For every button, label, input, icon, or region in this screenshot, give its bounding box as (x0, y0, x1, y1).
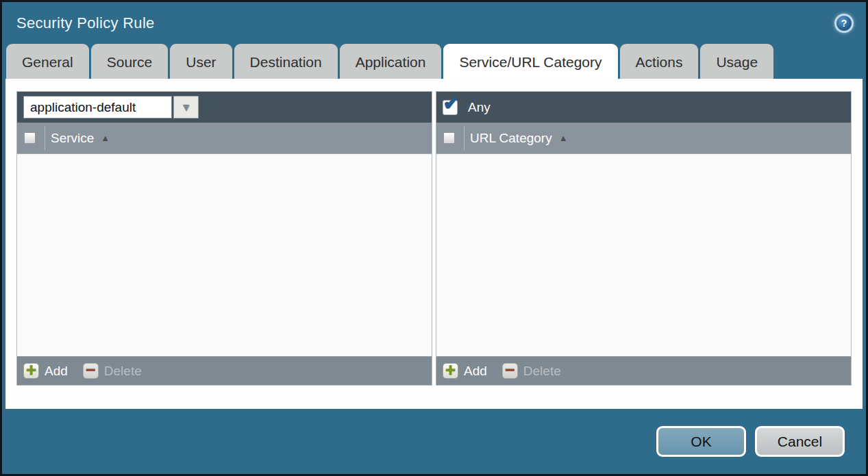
cancel-button[interactable]: Cancel (755, 426, 845, 457)
tab-bar: General Source User Destination Applicat… (2, 44, 866, 79)
checkmark-icon: ✔ (443, 95, 459, 113)
tab-destination[interactable]: Destination (234, 44, 338, 79)
add-plus-icon: + (23, 363, 39, 379)
delete-minus-icon: − (502, 363, 518, 379)
service-type-dropdown[interactable]: application-default (23, 96, 172, 118)
url-category-footer: + Add − Delete (436, 356, 851, 385)
service-type-dropdown-arrow-button[interactable]: ▼ (173, 96, 199, 118)
url-category-add-button[interactable]: + Add (443, 363, 487, 379)
delete-minus-icon: − (83, 363, 99, 379)
url-category-column-header: URL Category (470, 131, 552, 146)
tab-content: application-default ▼ Service ▲ + Add (5, 79, 863, 409)
url-category-delete-label: Delete (523, 364, 561, 379)
service-delete-button[interactable]: − Delete (83, 363, 142, 379)
dialog-title: Security Policy Rule (16, 14, 155, 32)
any-checkbox[interactable]: ✔ (443, 100, 458, 115)
service-table-body (17, 154, 432, 356)
url-category-table-body (436, 154, 851, 356)
title-bar: Security Policy Rule ? (2, 2, 866, 44)
service-toolbar: application-default ▼ (17, 92, 432, 123)
url-category-panel: ✔ Any URL Category ▲ + Add (436, 91, 852, 386)
any-checkbox-label: Any (468, 100, 491, 115)
service-select-all-checkbox[interactable] (24, 132, 36, 144)
help-icon[interactable]: ? (834, 14, 854, 33)
tab-source[interactable]: Source (91, 44, 169, 79)
tab-application[interactable]: Application (340, 44, 442, 79)
tab-user[interactable]: User (170, 44, 232, 79)
url-category-toolbar: ✔ Any (436, 92, 851, 123)
url-category-table-header[interactable]: URL Category ▲ (436, 123, 851, 154)
service-add-label: Add (45, 364, 68, 379)
service-table-header[interactable]: Service ▲ (17, 123, 432, 154)
tab-service-url-category[interactable]: Service/URL Category (443, 44, 617, 79)
service-footer: + Add − Delete (17, 356, 432, 385)
add-plus-icon: + (443, 363, 458, 379)
service-delete-label: Delete (104, 364, 142, 379)
sort-ascending-icon: ▲ (101, 133, 110, 143)
service-panel: application-default ▼ Service ▲ + Add (16, 91, 432, 386)
url-category-add-label: Add (464, 364, 487, 379)
header-divider (45, 126, 45, 150)
service-add-button[interactable]: + Add (23, 363, 68, 379)
ok-button[interactable]: OK (656, 426, 746, 457)
tab-actions[interactable]: Actions (620, 44, 699, 79)
security-policy-rule-dialog: Security Policy Rule ? General Source Us… (0, 0, 868, 476)
url-category-select-all-checkbox[interactable] (443, 132, 455, 144)
url-category-delete-button[interactable]: − Delete (502, 363, 561, 379)
service-column-header: Service (51, 131, 94, 146)
chevron-down-icon: ▼ (181, 102, 192, 113)
header-divider (464, 126, 464, 150)
tab-general[interactable]: General (6, 44, 89, 79)
dialog-action-row: OK Cancel (2, 409, 866, 474)
sort-ascending-icon: ▲ (559, 133, 568, 143)
tab-usage[interactable]: Usage (700, 44, 773, 79)
service-type-dropdown-value: application-default (30, 100, 136, 115)
help-glyph: ? (841, 18, 847, 29)
